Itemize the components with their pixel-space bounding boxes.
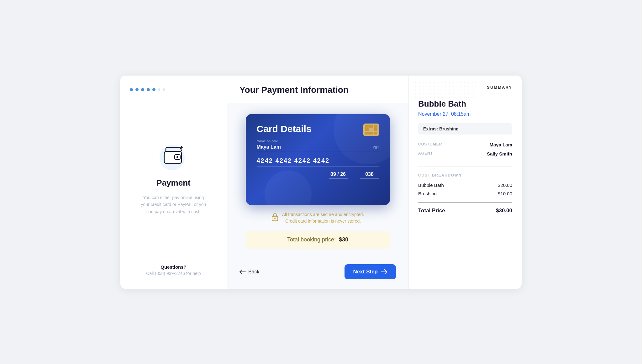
- total-price-bar: Total booking price: $30: [246, 231, 390, 249]
- dot-5: [152, 88, 155, 91]
- agent-label: AGENT: [418, 151, 433, 156]
- chip-cell: [369, 132, 373, 135]
- extras-value: Brushing: [439, 126, 458, 131]
- card-top: Card Details: [257, 124, 379, 136]
- next-label: Next Step: [353, 269, 378, 275]
- progress-dots: [130, 88, 165, 91]
- wallet-svg: [163, 146, 185, 166]
- agent-row: AGENT Sally Smith: [418, 151, 512, 156]
- card-name-value: Maya Lam: [257, 144, 281, 150]
- center-footer: Back Next Step: [227, 258, 408, 289]
- security-line1: All transactions are secure and encrypte…: [282, 211, 364, 218]
- total-row: Total Price $30.00: [418, 203, 512, 214]
- chip-cell: [369, 125, 373, 128]
- back-arrow-icon: [239, 269, 246, 274]
- total-label-right: Total Price: [418, 208, 445, 214]
- cost-row-bubble-bath: Bubble Bath $20.00: [418, 182, 512, 188]
- chip-cell: [365, 125, 369, 128]
- total-price-right: $30.00: [496, 208, 512, 214]
- cost-item-label: Bubble Bath: [418, 182, 444, 188]
- security-notice: All transactions are secure and encrypte…: [271, 211, 364, 224]
- divider-1: [418, 166, 512, 167]
- center-title: Your Payment Information: [239, 85, 396, 95]
- security-line2: Credit card information is never stored.: [282, 218, 364, 224]
- customer-row: CUSTOMER Maya Lam: [418, 142, 512, 147]
- total-price: $30: [339, 236, 348, 243]
- agent-value: Sally Smith: [487, 151, 512, 156]
- center-header: Your Payment Information: [227, 76, 408, 103]
- summary-header: SUMMARY: [418, 85, 512, 90]
- payment-title: Payment: [156, 178, 190, 188]
- chip-cell: [365, 128, 369, 131]
- total-label: Total booking price:: [287, 236, 336, 243]
- center-panel: Your Payment Information Card Details: [227, 76, 409, 289]
- dot-7: [163, 88, 165, 91]
- dot-4: [147, 88, 150, 91]
- chip-cell: [374, 125, 377, 128]
- credit-card: Card Details Name on card: [246, 114, 390, 205]
- dot-2: [135, 88, 139, 91]
- main-container: Payment You can either pay online using …: [120, 76, 522, 289]
- card-details-label: Card Details: [257, 124, 312, 134]
- card-name-section: Name on card Maya Lam ZIP: [257, 139, 379, 152]
- summary-dots-bg: [415, 82, 478, 101]
- chip-cell: [374, 132, 377, 135]
- summary-label: SUMMARY: [487, 85, 512, 90]
- svg-point-2: [176, 156, 178, 158]
- cost-row-brushing: Brushing $10.00: [418, 191, 512, 196]
- back-button[interactable]: Back: [239, 269, 260, 275]
- chip-cell-center: [369, 128, 373, 131]
- svg-point-6: [274, 218, 276, 219]
- security-text: All transactions are secure and encrypte…: [282, 211, 364, 224]
- dot-3: [141, 88, 144, 91]
- questions-title: Questions?: [146, 264, 201, 270]
- payment-description: You can either pay online using your cre…: [139, 194, 208, 215]
- customer-value: Maya Lam: [489, 142, 512, 147]
- next-arrow-icon: [381, 269, 387, 274]
- card-cvv-value: 038: [360, 171, 379, 179]
- questions-phone: Call (858) 939-3746 for help: [146, 271, 201, 276]
- next-step-button[interactable]: Next Step: [345, 264, 396, 279]
- cost-item-price: $20.00: [498, 182, 512, 188]
- customer-label: CUSTOMER: [418, 142, 442, 147]
- center-body: Card Details Name on card: [227, 103, 408, 258]
- wallet-icon: [158, 140, 189, 172]
- cost-breakdown-title: COST BREAKDOWN: [418, 173, 512, 177]
- extras-badge: Extras: Brushing: [418, 123, 512, 135]
- card-name-label: Name on card: [257, 139, 379, 143]
- card-expiry-value: 09 / 26: [329, 171, 348, 179]
- chip-cell: [365, 132, 369, 135]
- back-label: Back: [248, 269, 260, 275]
- card-number: 4242 4242 4242 4242: [257, 157, 379, 166]
- card-zip-label: ZIP: [372, 145, 379, 150]
- card-cvv-field: 038: [360, 171, 379, 179]
- right-panel: SUMMARY Bubble Bath November 27, 08:15am…: [409, 76, 522, 289]
- dot-1: [130, 88, 133, 91]
- extras-prefix: Extras:: [423, 126, 438, 131]
- card-expiry-field: 09 / 26: [329, 171, 348, 179]
- left-panel: Payment You can either pay online using …: [120, 76, 227, 289]
- dot-6: [158, 88, 160, 91]
- card-name-row: Maya Lam ZIP: [257, 144, 379, 152]
- cost-item-price: $10.00: [498, 191, 512, 196]
- booking-date: November 27, 08:15am: [418, 111, 512, 117]
- chip-cell: [374, 128, 377, 131]
- card-bottom-row: 09 / 26 038: [257, 171, 379, 179]
- cost-item-label: Brushing: [418, 191, 437, 196]
- left-content: Payment You can either pay online using …: [139, 140, 208, 215]
- svg-rect-10: [415, 82, 478, 101]
- questions-section: Questions? Call (858) 939-3746 for help: [146, 264, 201, 276]
- lock-icon: [271, 213, 278, 223]
- chip-icon: [363, 124, 379, 136]
